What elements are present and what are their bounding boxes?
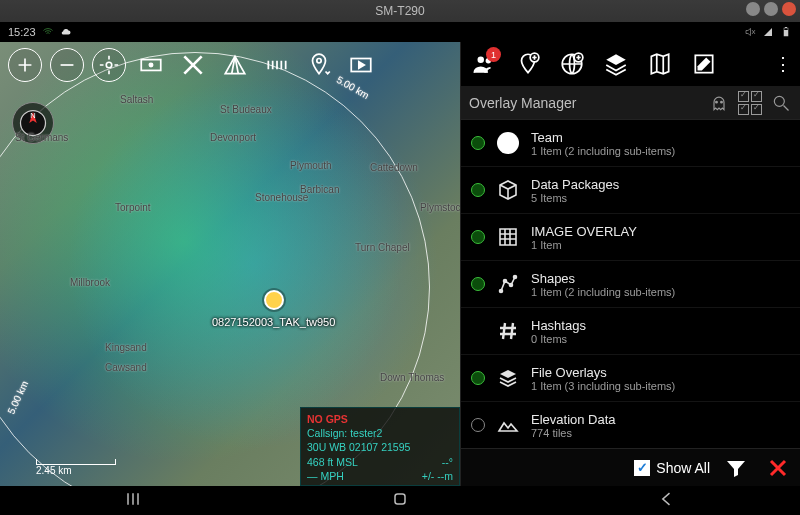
overlay-item[interactable]: Data Packages5 Items	[461, 167, 800, 214]
svg-point-21	[510, 284, 513, 287]
overlay-item[interactable]: Hashtags0 Items	[461, 308, 800, 355]
clock: 15:23	[8, 26, 36, 38]
overlay-name: Shapes	[531, 271, 748, 286]
overlay-name: Hashtags	[531, 318, 748, 333]
multiselect-icon[interactable]	[738, 91, 762, 115]
visibility-dot-on-icon[interactable]	[471, 230, 485, 244]
signal-icon	[762, 26, 774, 38]
maximize-icon[interactable]	[764, 2, 778, 16]
center-button[interactable]	[92, 48, 126, 82]
zoom-in-button[interactable]	[8, 48, 42, 82]
overlay-item[interactable]: Shapes1 Item (2 including sub-items)	[461, 261, 800, 308]
video-icon[interactable]	[344, 48, 378, 82]
visibility-dot-on-icon[interactable]	[471, 277, 485, 291]
search-icon[interactable]	[770, 92, 792, 114]
self-marker[interactable]: 0827152003_TAK_tw950	[212, 290, 335, 328]
svg-rect-1	[784, 30, 788, 36]
android-statusbar: 15:23	[0, 22, 800, 42]
nav-back-button[interactable]	[657, 489, 677, 513]
filter-button[interactable]	[720, 452, 752, 484]
ruler-icon[interactable]	[260, 48, 294, 82]
visibility-dot-on-icon[interactable]	[471, 136, 485, 150]
overlay-subtitle: 1 Item (3 including sub-items)	[531, 380, 748, 392]
show-all-checkbox[interactable]: ✓ Show All	[634, 460, 710, 476]
overlay-name: Team	[531, 130, 748, 145]
rectangle-tool-button[interactable]	[134, 48, 168, 82]
overlay-subtitle: 0 Items	[531, 333, 748, 345]
kebab-menu-button[interactable]: ⋮	[772, 53, 796, 75]
android-navbar	[0, 486, 800, 515]
visibility-dot-on-icon[interactable]	[471, 371, 485, 385]
overlay-name: File Overlays	[531, 365, 748, 380]
battery-icon	[780, 26, 792, 38]
side-panel: 1 ⋮ Overlay Manager Team1 Item (2 includ…	[460, 42, 800, 486]
close-tools-button[interactable]	[176, 48, 210, 82]
window-title: SM-T290	[0, 4, 800, 18]
team-icon	[495, 130, 521, 156]
callsign-label: Callsign:	[307, 427, 347, 439]
svg-text:N: N	[30, 111, 35, 120]
map-toolbar	[4, 44, 456, 86]
svg-point-6	[317, 59, 321, 63]
check-icon: ✓	[634, 460, 650, 476]
show-all-label: Show All	[656, 460, 710, 476]
minimize-icon[interactable]	[746, 2, 760, 16]
map-view[interactable]: N Devonport Plymouth Barbican Cattedown …	[0, 42, 460, 486]
compass[interactable]: N	[12, 102, 54, 144]
app-root: N Devonport Plymouth Barbican Cattedown …	[0, 42, 800, 486]
visibility-dot-on-icon[interactable]	[471, 183, 485, 197]
overlay-name: Elevation Data	[531, 412, 748, 427]
svg-rect-2	[785, 27, 787, 28]
contacts-button[interactable]: 1	[465, 45, 503, 83]
svg-point-5	[149, 63, 152, 66]
alert-badge: 1	[486, 47, 501, 62]
visibility-dot-off-icon[interactable]	[471, 418, 485, 432]
elev-extra: --°	[442, 455, 453, 469]
hash-icon	[495, 318, 521, 344]
window-titlebar: SM-T290	[0, 0, 800, 22]
edit-button[interactable]	[685, 45, 723, 83]
svg-rect-23	[395, 494, 405, 504]
zoom-out-button[interactable]	[50, 48, 84, 82]
svg-point-17	[721, 101, 723, 103]
window-close-icon[interactable]	[782, 2, 796, 16]
overlay-subtitle: 5 Items	[531, 192, 748, 204]
overlay-name: IMAGE OVERLAY	[531, 224, 748, 239]
overlay-item[interactable]: File Overlays1 Item (3 including sub-ite…	[461, 355, 800, 402]
panel-footer: ✓ Show All	[461, 448, 800, 486]
add-point-button[interactable]	[509, 45, 547, 83]
layers-button[interactable]	[597, 45, 635, 83]
overlay-list[interactable]: Team1 Item (2 including sub-items)Data P…	[461, 120, 800, 448]
overlay-name: Data Packages	[531, 177, 748, 192]
nav-recents-button[interactable]	[123, 489, 143, 513]
panel-title: Overlay Manager	[469, 95, 700, 111]
elev-value: 468 ft MSL	[307, 456, 358, 468]
overlay-item[interactable]: Team1 Item (2 including sub-items)	[461, 120, 800, 167]
svg-point-10	[478, 56, 485, 63]
overlay-subtitle: 774 tiles	[531, 427, 748, 439]
self-marker-pin-icon	[264, 290, 284, 310]
svg-point-3	[106, 62, 112, 68]
scale-bar: 2.45 km	[36, 459, 116, 476]
ghost-icon[interactable]	[708, 92, 730, 114]
maps-button[interactable]	[641, 45, 679, 83]
overlay-subtitle: 1 Item (2 including sub-items)	[531, 286, 748, 298]
nav-home-button[interactable]	[390, 489, 410, 513]
grid-icon	[495, 224, 521, 250]
pin-drop-icon[interactable]	[302, 48, 336, 82]
close-panel-button[interactable]	[762, 452, 794, 484]
volume-mute-icon	[744, 26, 756, 38]
globe-add-button[interactable]	[553, 45, 591, 83]
shapes-icon	[495, 271, 521, 297]
overlay-subtitle: 1 Item (2 including sub-items)	[531, 145, 748, 157]
location-status-box[interactable]: NO GPS Callsign: tester2 30U WB 02107 21…	[300, 407, 460, 486]
box-icon	[495, 177, 521, 203]
svg-point-22	[514, 276, 517, 279]
mgrs-value: 30U WB 02107 21595	[307, 440, 453, 454]
gps-status: NO GPS	[307, 412, 453, 426]
camp-icon[interactable]	[218, 48, 252, 82]
overlay-item[interactable]: Elevation Data774 tiles	[461, 402, 800, 448]
svg-point-16	[716, 101, 718, 103]
overlay-item[interactable]: IMAGE OVERLAY1 Item	[461, 214, 800, 261]
cloud-icon	[60, 26, 72, 38]
